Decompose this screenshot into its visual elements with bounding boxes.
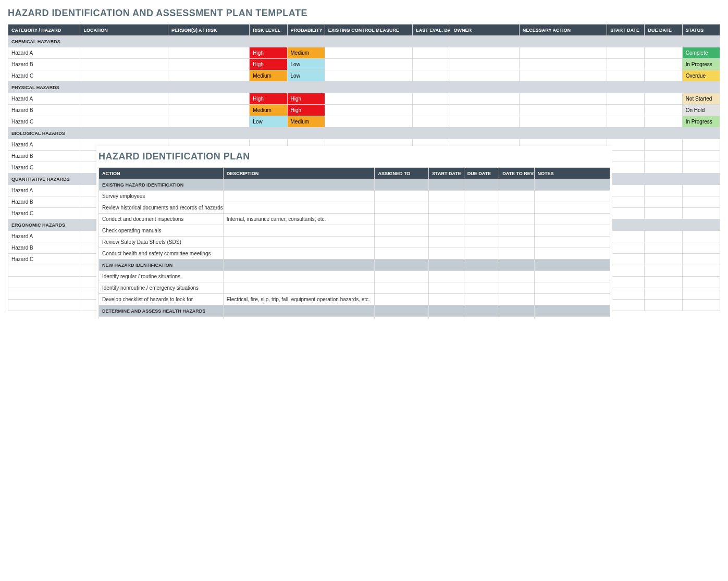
cell-owner — [450, 116, 519, 128]
table-row: Hazard CLowMediumIn Progress — [8, 116, 720, 128]
table-row: Conduct health and safety committee meet… — [99, 248, 610, 259]
cell-status — [682, 300, 720, 311]
col-start-date: START DATE — [429, 168, 464, 179]
cell-start-date — [429, 214, 464, 225]
cell-start-date — [607, 139, 645, 151]
cell-status: In Progress — [682, 116, 720, 128]
cell-action: Review Safety Data Sheets (SDS) — [99, 237, 224, 248]
cell-description — [223, 282, 375, 294]
cell-revisit — [499, 202, 534, 214]
cell-start-date — [607, 288, 645, 300]
cell-category — [8, 277, 80, 288]
cell-description: Electrical, fire, slip, trip, fall, equi… — [223, 294, 375, 305]
cell-revisit — [499, 237, 534, 248]
cell-revisit — [499, 282, 534, 294]
cell-due-date — [645, 185, 682, 196]
col-start-date: START DATE — [607, 24, 645, 36]
col-assigned: ASSIGNED TO — [375, 168, 429, 179]
table-row: Review Safety Data Sheets (SDS) — [99, 237, 610, 248]
cell-due-date — [645, 70, 682, 82]
cell-revisit — [499, 271, 534, 282]
cell-start-date — [429, 225, 464, 237]
col-due-date: DUE DATE — [645, 24, 682, 36]
cell-start-date — [607, 231, 645, 242]
cell-due-date — [464, 248, 499, 259]
cell-category: Hazard B — [8, 59, 80, 70]
cell-due-date — [645, 93, 682, 105]
cell-last-eval — [413, 47, 450, 59]
cell-notes — [534, 248, 610, 259]
cell-last-eval — [413, 93, 450, 105]
cell-status — [682, 162, 720, 174]
cell-description — [223, 317, 375, 319]
cell-due-date — [645, 116, 682, 128]
cell-category: Hazard A — [8, 93, 80, 105]
cell-start-date — [607, 277, 645, 288]
table-row: Hazard BMediumHighOn Hold — [8, 105, 720, 116]
cell-revisit — [499, 191, 534, 202]
cell-due-date — [464, 294, 499, 305]
table-row: Identify regular / routine situations — [99, 271, 610, 282]
cell-owner — [450, 70, 519, 82]
section-label: ERGONOMIC HAZARDS — [8, 219, 80, 231]
section-label: EXISTING HAZARD IDENTIFICATION — [99, 179, 224, 191]
cell-category: Hazard C — [8, 116, 80, 128]
cell-start-date — [429, 294, 464, 305]
cell-description — [223, 202, 375, 214]
cell-location — [80, 70, 168, 82]
cell-risk-level: Medium — [250, 105, 287, 116]
cell-category: Hazard A — [8, 231, 80, 242]
table-row: Hazard AHighMediumComplete — [8, 47, 720, 59]
cell-owner — [450, 105, 519, 116]
cell-category: Hazard B — [8, 151, 80, 162]
section-label: NEW HAZARD IDENTIFICATION — [99, 259, 224, 271]
cell-assigned — [375, 191, 429, 202]
plan-header-row: ACTION DESCRIPTION ASSIGNED TO START DAT… — [99, 168, 610, 179]
cell-notes — [534, 317, 610, 319]
cell-due-date — [464, 237, 499, 248]
cell-probability: Low — [287, 70, 325, 82]
cell-status — [682, 151, 720, 162]
cell-start-date — [607, 105, 645, 116]
cell-action: Chemical hazards — [99, 317, 224, 319]
cell-start-date — [607, 242, 645, 254]
cell-revisit — [499, 248, 534, 259]
cell-risk-level: Medium — [250, 70, 287, 82]
cell-description: Internal, insurance carrier, consultants… — [223, 214, 375, 225]
cell-due-date — [464, 271, 499, 282]
cell-persons — [168, 59, 249, 70]
cell-status — [682, 277, 720, 288]
section-row: BIOLOGICAL HAZARDS — [8, 128, 720, 139]
cell-revisit — [499, 225, 534, 237]
cell-start-date — [429, 317, 464, 319]
cell-due-date — [645, 300, 682, 311]
cell-action: Conduct health and safety committee meet… — [99, 248, 224, 259]
col-description: DESCRIPTION — [223, 168, 375, 179]
cell-action — [519, 70, 607, 82]
overlay-title: HAZARD IDENTIFICATION PLAN — [98, 151, 610, 162]
cell-action — [519, 47, 607, 59]
cell-status — [682, 265, 720, 277]
cell-status — [682, 196, 720, 208]
cell-location — [80, 105, 168, 116]
cell-persons — [168, 47, 249, 59]
col-location: LOCATION — [80, 24, 168, 36]
section-row: CHEMICAL HAZARDS — [8, 36, 720, 47]
cell-description — [223, 237, 375, 248]
cell-risk-level: High — [250, 47, 287, 59]
cell-due-date — [645, 47, 682, 59]
cell-control — [325, 116, 412, 128]
cell-action — [519, 105, 607, 116]
cell-category: Hazard A — [8, 185, 80, 196]
cell-last-eval — [413, 70, 450, 82]
cell-due-date — [464, 225, 499, 237]
table-row: Hazard BHighLowIn Progress — [8, 59, 720, 70]
cell-start-date — [429, 248, 464, 259]
cell-location — [80, 93, 168, 105]
cell-due-date — [645, 162, 682, 174]
cell-due-date — [645, 265, 682, 277]
col-last-eval: LAST EVAL. DATE — [413, 24, 450, 36]
col-risk-level: RISK LEVEL — [250, 24, 287, 36]
cell-status — [682, 254, 720, 265]
cell-action — [519, 116, 607, 128]
